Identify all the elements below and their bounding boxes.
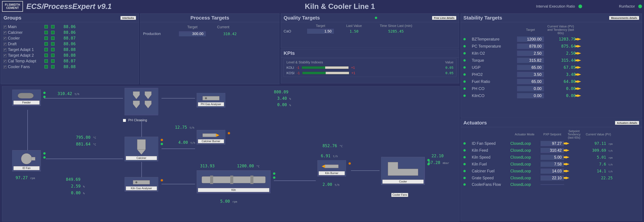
cooler-fans-label[interactable]: Cooler Fans [391, 193, 408, 197]
act-setpoint[interactable]: 310.42 [540, 148, 564, 153]
free-lime-button[interactable]: Free Lime details [432, 16, 456, 20]
arrow-right-icon [566, 163, 569, 165]
stab-target[interactable]: 878.00 [517, 44, 544, 49]
act-mode: ClosedLoop [510, 182, 539, 187]
act-mode: ClosedLoop [510, 155, 539, 160]
arrow-right-icon [578, 94, 581, 97]
stab-status-dot [464, 59, 466, 62]
kpi-bar [302, 72, 349, 74]
arrow-right-icon [578, 80, 581, 83]
act-setpoint[interactable]: 14.03 [540, 169, 564, 174]
group-status-1 [44, 37, 48, 40]
act-name: Kiln Feed [472, 148, 509, 153]
group-status-1 [44, 42, 48, 46]
arrow-right-icon [566, 156, 569, 159]
group-status-2 [51, 31, 54, 34]
stab-status-dot [464, 87, 466, 90]
group-value: 88.08 [57, 64, 76, 69]
preheater-box[interactable] [124, 88, 158, 115]
actuators-button[interactable]: Actuators details [615, 121, 639, 125]
group-value: 88.08 [57, 47, 76, 52]
group-status-1 [44, 54, 48, 57]
interval-status-dot [578, 5, 582, 8]
group-checkbox[interactable] [4, 43, 6, 46]
stab-target[interactable]: 3.50 [517, 72, 544, 77]
group-status-1 [44, 48, 48, 51]
stab-target[interactable]: 65.00 [517, 65, 544, 70]
group-status-1 [44, 65, 48, 68]
group-name: Main [8, 24, 16, 29]
kpi-value: 0.05 [446, 66, 454, 70]
calciner-box[interactable]: Calciner [124, 137, 158, 161]
app-title: ECS/ProcessExpert v9.1 [26, 2, 150, 11]
ph-gas-box[interactable]: PH Gas Analyser [197, 93, 225, 107]
group-checkbox[interactable] [4, 31, 6, 34]
act-mode: ClosedLoop [510, 148, 539, 153]
group-checkbox[interactable] [4, 37, 6, 40]
stab-target[interactable]: 315.82 [517, 58, 544, 63]
stab-pv: 875.64 [546, 44, 576, 49]
kiln-box[interactable]: Kiln [197, 170, 270, 193]
kpi-name: KOLI [286, 66, 294, 70]
production-target[interactable]: 300.00 [179, 31, 206, 36]
stab-name: PC Temperature [472, 44, 515, 49]
group-value: 88.08 [57, 53, 76, 58]
measurements-button[interactable]: Measurements details [609, 16, 639, 20]
feeder-box[interactable]: Feeder [12, 90, 41, 106]
act-setpoint[interactable]: 5.00 [540, 155, 564, 160]
stab-target[interactable]: 0.00 [517, 93, 544, 98]
group-checkbox[interactable] [4, 54, 6, 57]
ph-cleaning-checkbox[interactable] [123, 119, 126, 122]
production-label: Production [143, 32, 175, 36]
group-checkbox[interactable] [4, 26, 6, 29]
kiln-gas-box[interactable]: Kiln Gas Analyser [124, 177, 158, 192]
act-setpoint[interactable]: 97.27 [540, 141, 564, 146]
stab-pv: 3.48 [546, 72, 576, 77]
act-setpoint[interactable]: 7.58 [540, 162, 564, 167]
stab-status-dot [464, 52, 466, 54]
group-status-2 [51, 54, 54, 57]
arrow-right-icon [578, 45, 581, 48]
group-checkbox[interactable] [4, 48, 6, 51]
stab-target[interactable]: 1200.00 [517, 37, 544, 42]
group-status-2 [51, 25, 54, 28]
quality-status-dot [375, 17, 377, 19]
stab-name: UGP [472, 65, 515, 70]
interlocks-button[interactable]: Interlocks [120, 16, 136, 20]
arrow-right-icon [578, 66, 581, 69]
group-status-2 [51, 65, 54, 68]
group-value: 88.06 [57, 24, 76, 29]
arrow-right-icon [566, 170, 569, 172]
process-title: Process Targets [190, 15, 229, 21]
cao-target[interactable]: 1.50 [307, 29, 334, 34]
stab-pv: 315.44 [546, 58, 576, 63]
act-status-dot [464, 170, 466, 172]
id-fan-box[interactable]: ID Fan [12, 150, 41, 171]
act-name: Kiln Fuel [472, 162, 509, 166]
act-pv: 97.11 rpm [584, 141, 613, 146]
stab-name: PHO2 [472, 72, 515, 77]
act-setpoint[interactable] [540, 184, 564, 185]
svg-rect-15 [325, 165, 338, 168]
calciner-burner-box[interactable]: Calciner Burner [197, 130, 225, 145]
svg-point-7 [21, 153, 32, 164]
stab-target[interactable]: 65.00 [517, 79, 544, 84]
cooler-box[interactable]: Cooler [381, 157, 425, 185]
process-h-target: Target [179, 25, 206, 29]
stab-status-dot [464, 38, 466, 40]
kpi-value: 0.05 [446, 71, 454, 75]
stab-target[interactable]: 2.50 [517, 51, 544, 56]
act-pv: 5.01 rpm [584, 155, 613, 159]
stab-status-dot [464, 66, 466, 69]
stab-name: Torque [472, 58, 515, 63]
act-setpoint[interactable]: 22.10 [540, 175, 564, 181]
group-checkbox[interactable] [4, 60, 6, 63]
top-bar: FLSMIDTHCEMENT ECS/ProcessExpert v9.1 Ki… [0, 0, 644, 13]
stab-status-dot [464, 94, 466, 97]
act-status-dot [464, 142, 466, 145]
stab-pv: 0.00 [546, 86, 576, 91]
group-checkbox[interactable] [4, 66, 6, 69]
stab-target[interactable]: 0.00 [517, 86, 544, 91]
kiln-burner-box[interactable]: Kiln Burner [318, 160, 346, 176]
svg-rect-14 [250, 176, 254, 184]
